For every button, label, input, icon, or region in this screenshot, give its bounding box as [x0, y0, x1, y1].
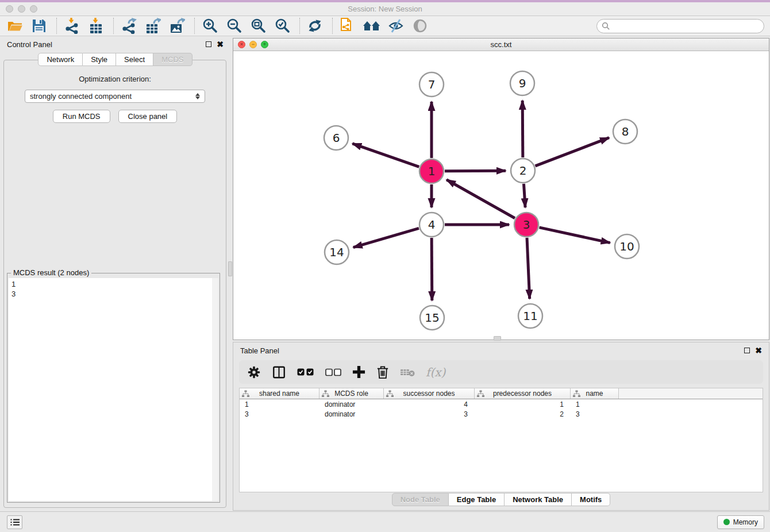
graph-edge-2-8[interactable]	[535, 138, 609, 166]
close-panel-icon[interactable]: ✖	[217, 40, 224, 48]
graph-node-label: 2	[519, 164, 527, 178]
table-cell[interactable]: dominator	[319, 400, 384, 408]
table-cell[interactable]: 3	[384, 410, 475, 418]
delete-column-trash-icon[interactable]	[376, 365, 389, 379]
graph-node-label: 7	[428, 78, 436, 91]
select-stepper-icon	[195, 93, 200, 99]
close-table-panel-icon[interactable]: ✖	[755, 346, 762, 354]
result-scrollbar[interactable]	[212, 278, 218, 501]
delete-table-icon[interactable]	[400, 368, 415, 377]
memory-button[interactable]: Memory	[717, 515, 764, 529]
column-header-predecessor-nodes[interactable]: predecessor nodes	[475, 388, 571, 399]
horizontal-splitter-handle[interactable]	[494, 336, 501, 341]
toolbar-separator	[194, 18, 195, 34]
graph-edge-2-9[interactable]	[522, 101, 523, 157]
close-panel-button[interactable]: Close panel	[118, 110, 178, 123]
zoom-selected-icon[interactable]	[273, 17, 291, 34]
select-all-columns-icon[interactable]	[297, 368, 314, 376]
tab-mcds[interactable]: MCDS	[153, 53, 192, 66]
column-header-successor-nodes[interactable]: successor nodes	[384, 388, 475, 399]
status-bar: Memory	[0, 511, 770, 532]
column-header-shared-name[interactable]: shared name	[240, 388, 319, 399]
criterion-value: strongly connected component	[30, 92, 132, 101]
export-table-icon[interactable]	[144, 17, 162, 34]
houses-icon[interactable]	[363, 17, 381, 34]
create-column-plus-icon[interactable]	[352, 365, 365, 379]
network-window-titlebar[interactable]: × − + scc.txt	[233, 38, 769, 51]
task-history-button[interactable]	[7, 515, 22, 529]
zoom-in-icon[interactable]	[201, 17, 219, 34]
criterion-select[interactable]: strongly connected component	[25, 90, 205, 103]
column-type-icon	[322, 390, 329, 398]
open-session-icon[interactable]	[6, 17, 24, 34]
graph-edge-4-15[interactable]	[432, 238, 432, 300]
graph-edge-2-3[interactable]	[523, 184, 525, 207]
refresh-icon[interactable]	[306, 17, 324, 34]
import-network-icon[interactable]	[63, 17, 81, 34]
search-input[interactable]	[614, 22, 759, 30]
node-table[interactable]: shared nameMCDS rolesuccessor nodesprede…	[239, 388, 763, 492]
table-row[interactable]: 1dominator411	[240, 399, 763, 409]
tab-motifs[interactable]: Motifs	[572, 493, 610, 506]
table-cell[interactable]: 1	[475, 400, 571, 408]
table-cell[interactable]: 1	[571, 400, 619, 408]
float-table-panel-icon[interactable]	[744, 348, 750, 353]
graph-edge-1-6[interactable]	[352, 144, 419, 167]
export-image-icon[interactable]	[168, 17, 186, 34]
zoom-out-icon[interactable]	[225, 17, 243, 34]
vertical-splitter-handle[interactable]	[228, 261, 232, 276]
graph-edge-1-2[interactable]	[445, 171, 506, 171]
hide-selected-icon[interactable]	[387, 17, 405, 34]
import-table-icon[interactable]	[87, 17, 105, 34]
tab-network-table[interactable]: Network Table	[505, 493, 572, 506]
show-all-icon[interactable]	[411, 17, 429, 34]
table-toolbar: f(x)	[239, 360, 763, 384]
table-cell[interactable]: 3	[571, 410, 619, 418]
deselect-all-columns-icon[interactable]	[325, 368, 341, 376]
save-session-icon[interactable]	[30, 17, 48, 34]
optimization-criterion-label: Optimization criterion:	[4, 75, 226, 83]
column-type-icon	[242, 390, 249, 398]
table-row[interactable]: 3dominator323	[240, 409, 763, 419]
table-settings-gear-icon[interactable]	[247, 365, 261, 379]
column-header-name[interactable]: name	[571, 388, 619, 399]
mcds-result-text[interactable]: 1 3	[9, 278, 218, 501]
graph-node-label: 14	[329, 245, 344, 259]
column-type-icon	[386, 390, 394, 398]
table-cell[interactable]: dominator	[319, 410, 384, 418]
table-cell[interactable]: 3	[240, 410, 319, 418]
export-network-icon[interactable]	[120, 17, 138, 34]
tab-style[interactable]: Style	[83, 53, 116, 66]
node-table-body: 1dominator4113dominator323	[240, 399, 763, 419]
node-table-header: shared nameMCDS rolesuccessor nodesprede…	[240, 388, 763, 399]
tab-network[interactable]: Network	[38, 53, 83, 66]
graph-edge-3-11[interactable]	[527, 238, 530, 299]
graph-edge-3-1[interactable]	[446, 180, 515, 218]
memory-label: Memory	[733, 518, 758, 526]
float-panel-icon[interactable]	[206, 41, 211, 47]
search-box[interactable]	[596, 19, 764, 33]
network-canvas[interactable]: 1234678910111415	[233, 51, 769, 340]
table-cell[interactable]: 2	[475, 410, 571, 418]
network-window: × − + scc.txt 1234678910111415	[233, 38, 769, 340]
function-builder-icon[interactable]: f(x)	[426, 365, 445, 379]
duplicate-network-icon[interactable]	[338, 17, 357, 34]
app-title: Session: New Session	[0, 5, 770, 13]
tab-select[interactable]: Select	[116, 53, 153, 66]
tab-node-table[interactable]: Node Table	[392, 493, 449, 506]
list-icon	[10, 518, 20, 526]
table-cell[interactable]: 4	[384, 400, 475, 408]
table-panel: Table Panel ✖ f(x) shared nameMCDS rol	[233, 342, 769, 511]
memory-status-icon	[723, 519, 730, 525]
tab-edge-table[interactable]: Edge Table	[449, 493, 505, 506]
run-mcds-button[interactable]: Run MCDS	[53, 110, 110, 123]
graph-node-label: 11	[523, 309, 537, 323]
column-header-MCDS-role[interactable]: MCDS role	[319, 388, 384, 399]
graph-edge-4-14[interactable]	[353, 228, 419, 247]
toolbar-separator	[332, 18, 333, 34]
column-type-icon	[573, 390, 580, 398]
zoom-fit-icon[interactable]	[249, 17, 267, 34]
show-columns-icon[interactable]	[272, 365, 286, 379]
graph-edge-3-10[interactable]	[539, 228, 610, 243]
table-cell[interactable]: 1	[240, 400, 319, 408]
